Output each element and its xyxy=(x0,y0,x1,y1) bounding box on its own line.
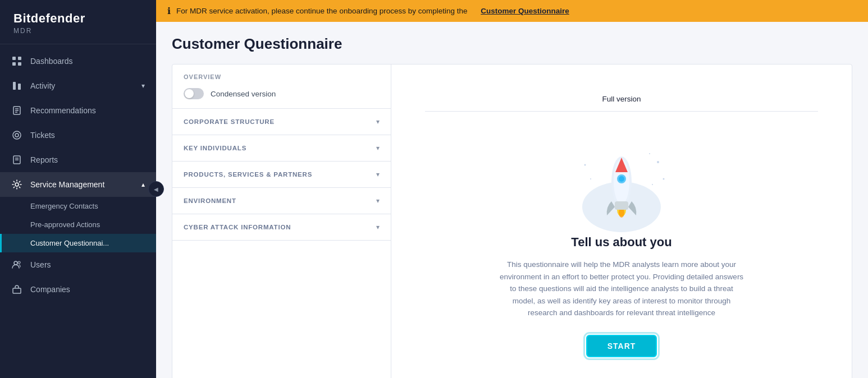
accordion-title-cyber-attack-information: CYBER ATTACK INFORMATION xyxy=(184,224,291,231)
full-version-tab: Full version xyxy=(425,87,818,112)
accordion-corporate-structure: CORPORATE STRUCTURE ▾ xyxy=(172,109,391,135)
sidebar-item-users-label: Users xyxy=(30,260,51,269)
sidebar-item-service-management-label: Service Management xyxy=(30,180,104,189)
sidebar-item-dashboards[interactable]: Dashboards xyxy=(0,49,156,73)
svg-point-24 xyxy=(590,178,591,179)
svg-rect-4 xyxy=(13,82,16,90)
brand-name: Bitdefender xyxy=(13,11,143,26)
banner: ℹ For MDR service activation, please con… xyxy=(156,0,868,22)
accordion-chevron-products-services-partners: ▾ xyxy=(376,170,380,178)
page-title: Customer Questionnaire xyxy=(172,35,852,53)
sidebar-item-companies[interactable]: Companies xyxy=(0,277,156,302)
accordion-key-individuals: KEY INDIVIDUALS ▾ xyxy=(172,135,391,162)
start-button[interactable]: START xyxy=(586,335,657,357)
service-management-chevron: ▴ xyxy=(141,181,145,188)
svg-point-25 xyxy=(649,153,650,154)
sidebar-sub-item-emergency-contacts[interactable]: Emergency Contacts xyxy=(0,197,156,215)
users-icon xyxy=(11,259,22,270)
svg-point-15 xyxy=(15,183,19,186)
svg-point-10 xyxy=(13,131,21,139)
sidebar-toggle-icon: ◀ xyxy=(154,186,158,192)
svg-rect-1 xyxy=(18,57,21,60)
accordion-chevron-key-individuals: ▾ xyxy=(376,144,380,152)
tell-us-title: Tell us about you xyxy=(571,235,671,250)
sidebar-item-users[interactable]: Users xyxy=(0,252,156,277)
activity-icon xyxy=(11,80,22,91)
accordion-environment: ENVIRONMENT ▾ xyxy=(172,188,391,214)
svg-rect-2 xyxy=(12,62,16,66)
accordion-header-environment[interactable]: ENVIRONMENT ▾ xyxy=(172,188,391,214)
companies-icon xyxy=(11,284,22,295)
right-column: Full version xyxy=(391,64,852,378)
sidebar-item-companies-label: Companies xyxy=(30,285,70,294)
sidebar-item-recommendations-label: Recommendations xyxy=(30,106,96,115)
svg-point-17 xyxy=(18,261,20,264)
sidebar: Bitdefender MDR Dashboards Activity ▾ Re… xyxy=(0,0,156,378)
accordion-title-key-individuals: KEY INDIVIDUALS xyxy=(184,145,246,151)
sidebar-nav: Dashboards Activity ▾ Recommendations Ti… xyxy=(0,44,156,378)
accordion-header-corporate-structure[interactable]: CORPORATE STRUCTURE ▾ xyxy=(172,109,391,135)
right-col-inner: Tell us about you This questionnaire wil… xyxy=(476,112,768,378)
rocket-illustration xyxy=(565,134,678,235)
grid-icon xyxy=(11,56,22,67)
accordion-chevron-environment: ▾ xyxy=(376,197,380,205)
sidebar-sub-item-customer-questionnaire[interactable]: Customer Questionnai... xyxy=(0,234,156,252)
main-content: ℹ For MDR service activation, please con… xyxy=(156,0,868,378)
banner-icon: ℹ xyxy=(167,6,171,16)
sidebar-toggle-button[interactable]: ◀ xyxy=(148,181,164,197)
sidebar-sub-item-customer-questionnaire-label: Customer Questionnai... xyxy=(30,239,109,247)
recommendations-icon xyxy=(11,105,22,116)
sidebar-logo: Bitdefender MDR xyxy=(0,0,156,44)
accordion-cyber-attack-information: CYBER ATTACK INFORMATION ▾ xyxy=(172,214,391,241)
tell-us-description: This questionnaire will help the MDR ana… xyxy=(498,259,745,319)
activity-chevron: ▾ xyxy=(141,82,145,90)
accordion-title-corporate-structure: CORPORATE STRUCTURE xyxy=(184,118,275,125)
banner-link[interactable]: Customer Questionnaire xyxy=(481,7,569,15)
accordion-header-key-individuals[interactable]: KEY INDIVIDUALS ▾ xyxy=(172,135,391,161)
condensed-toggle-label: Condensed version xyxy=(211,90,276,98)
brand-sub: MDR xyxy=(13,27,143,35)
sidebar-item-dashboards-label: Dashboards xyxy=(30,57,73,66)
accordion-header-cyber-attack-information[interactable]: CYBER ATTACK INFORMATION ▾ xyxy=(172,214,391,240)
svg-point-29 xyxy=(619,176,624,182)
overview-section: OVERVIEW Condensed version xyxy=(172,64,391,109)
sidebar-item-activity-label: Activity xyxy=(30,81,55,90)
sidebar-item-activity[interactable]: Activity ▾ xyxy=(0,73,156,98)
reports-icon xyxy=(11,154,22,165)
sidebar-sub-item-emergency-contacts-label: Emergency Contacts xyxy=(30,202,98,210)
svg-rect-0 xyxy=(12,57,16,60)
page-content: Customer Questionnaire OVERVIEW Condense… xyxy=(156,22,868,378)
accordion-header-products-services-partners[interactable]: PRODUCTS, SERVICES & PARTNERS ▾ xyxy=(172,162,391,187)
questionnaire-panel: OVERVIEW Condensed version CORPORATE STR… xyxy=(172,64,852,378)
svg-point-20 xyxy=(657,161,659,163)
sidebar-item-recommendations[interactable]: Recommendations xyxy=(0,98,156,123)
banner-text: For MDR service activation, please conti… xyxy=(176,7,468,15)
svg-point-11 xyxy=(15,133,19,137)
overview-label: OVERVIEW xyxy=(184,73,380,80)
accordion-title-products-services-partners: PRODUCTS, SERVICES & PARTNERS xyxy=(184,171,312,178)
accordion-title-environment: ENVIRONMENT xyxy=(184,197,236,204)
sidebar-item-service-management[interactable]: Service Management ▴ xyxy=(0,172,156,197)
svg-point-16 xyxy=(14,261,17,265)
sidebar-item-reports[interactable]: Reports xyxy=(0,147,156,172)
accordion-products-services-partners: PRODUCTS, SERVICES & PARTNERS ▾ xyxy=(172,162,391,188)
svg-rect-18 xyxy=(13,288,21,293)
svg-point-21 xyxy=(663,178,665,180)
accordion-chevron-cyber-attack-information: ▾ xyxy=(376,223,380,231)
svg-point-22 xyxy=(652,184,653,185)
accordion-chevron-corporate-structure: ▾ xyxy=(376,118,380,126)
sidebar-item-tickets[interactable]: Tickets xyxy=(0,123,156,147)
svg-rect-5 xyxy=(18,84,21,90)
svg-point-23 xyxy=(584,164,586,166)
tickets-icon xyxy=(11,130,22,141)
svg-rect-33 xyxy=(615,201,628,210)
svg-rect-3 xyxy=(18,62,21,66)
sidebar-item-tickets-label: Tickets xyxy=(30,131,55,140)
sidebar-sub-item-pre-approved-actions[interactable]: Pre-approved Actions xyxy=(0,215,156,234)
left-column: OVERVIEW Condensed version CORPORATE STR… xyxy=(172,64,391,378)
condensed-toggle[interactable] xyxy=(184,88,204,99)
condensed-toggle-row: Condensed version xyxy=(184,88,380,99)
sidebar-sub-item-pre-approved-actions-label: Pre-approved Actions xyxy=(30,220,100,229)
sidebar-item-reports-label: Reports xyxy=(30,155,58,164)
service-management-icon xyxy=(11,179,22,190)
